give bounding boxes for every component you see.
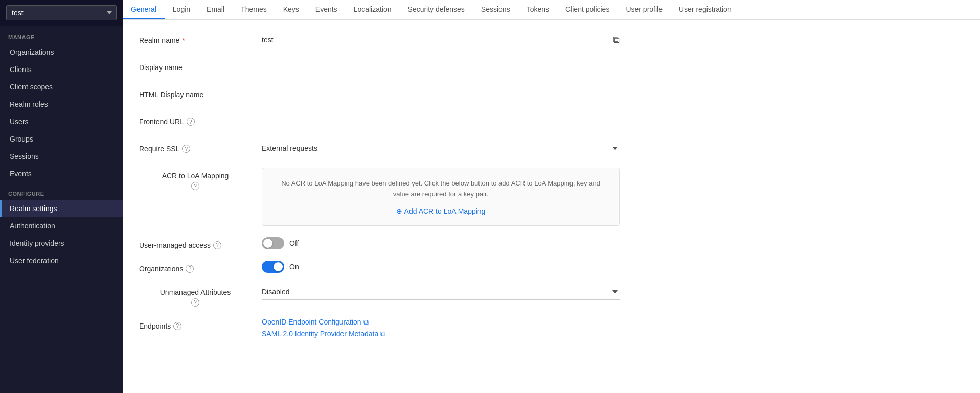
organizations-control: On bbox=[262, 261, 620, 273]
external-link-icon-saml: ⧉ bbox=[380, 330, 385, 338]
user-managed-help-icon[interactable]: ? bbox=[213, 241, 221, 249]
frontend-url-row: Frontend URL ? bbox=[139, 113, 964, 129]
endpoints-help-icon[interactable]: ? bbox=[173, 322, 181, 330]
endpoints-control: OpenID Endpoint Configuration ⧉ SAML 2.0… bbox=[262, 318, 620, 341]
acr-loa-help-icon[interactable]: ? bbox=[191, 182, 199, 190]
realm-name-label: Realm name * bbox=[139, 32, 252, 44]
sidebar-section-configure: Configure Realm settings Authentication … bbox=[0, 182, 123, 269]
endpoints-label: Endpoints ? bbox=[139, 318, 252, 330]
tab-sessions[interactable]: Sessions bbox=[473, 0, 518, 20]
realm-name-input-wrap: ⧉ bbox=[262, 32, 620, 48]
sidebar-item-organizations[interactable]: Organizations bbox=[0, 43, 123, 61]
tab-keys[interactable]: Keys bbox=[275, 0, 307, 20]
organizations-row: Organizations ? On bbox=[139, 261, 964, 273]
require-ssl-help-icon[interactable]: ? bbox=[182, 145, 190, 153]
organizations-toggle-knob bbox=[274, 262, 283, 271]
sidebar-item-groups[interactable]: Groups bbox=[0, 130, 123, 148]
tabs-bar: General Login Email Themes Keys Events L… bbox=[123, 0, 980, 20]
endpoints-row: Endpoints ? OpenID Endpoint Configuratio… bbox=[139, 318, 964, 341]
frontend-url-help-icon[interactable]: ? bbox=[187, 118, 195, 126]
sidebar-section-manage: Manage Organizations Clients Client scop… bbox=[0, 26, 123, 182]
acr-loa-label: ACR to LoA Mapping ? bbox=[139, 168, 252, 190]
tab-email[interactable]: Email bbox=[198, 0, 233, 20]
copy-icon[interactable]: ⧉ bbox=[613, 35, 620, 45]
organizations-label: Organizations ? bbox=[139, 261, 252, 273]
sidebar-item-authentication[interactable]: Authentication bbox=[0, 217, 123, 235]
display-name-control bbox=[262, 59, 620, 75]
tab-user-profile[interactable]: User profile bbox=[618, 0, 671, 20]
add-acr-button[interactable]: ⊕ Add ACR to LoA Mapping bbox=[396, 207, 486, 215]
tab-themes[interactable]: Themes bbox=[233, 0, 275, 20]
realm-selector[interactable]: test bbox=[6, 5, 117, 20]
display-name-row: Display name bbox=[139, 59, 964, 75]
frontend-url-label: Frontend URL ? bbox=[139, 113, 252, 126]
html-display-name-control bbox=[262, 86, 620, 102]
realm-name-row: Realm name * ⧉ bbox=[139, 32, 964, 48]
display-name-label: Display name bbox=[139, 59, 252, 72]
html-display-name-row: HTML Display name bbox=[139, 86, 964, 102]
tab-login[interactable]: Login bbox=[165, 0, 198, 20]
tab-client-policies[interactable]: Client policies bbox=[557, 0, 618, 20]
organizations-toggle-wrap: On bbox=[262, 261, 620, 273]
tab-user-registration[interactable]: User registration bbox=[671, 0, 740, 20]
tab-general[interactable]: General bbox=[123, 0, 165, 20]
sidebar-section-configure-label: Configure bbox=[0, 182, 123, 200]
external-link-icon-openid: ⧉ bbox=[363, 318, 369, 327]
sidebar-item-realm-roles[interactable]: Realm roles bbox=[0, 96, 123, 113]
tab-events[interactable]: Events bbox=[307, 0, 346, 20]
unmanaged-attributes-row: Unmanaged Attributes ? Disabled Enabled … bbox=[139, 284, 964, 307]
tab-localization[interactable]: Localization bbox=[346, 0, 400, 20]
form-area: Realm name * ⧉ Display name HTML Display bbox=[123, 20, 980, 393]
require-ssl-label: Require SSL ? bbox=[139, 141, 252, 153]
sidebar-item-users[interactable]: Users bbox=[0, 113, 123, 130]
user-managed-access-row: User-managed access ? Off bbox=[139, 237, 964, 249]
openid-endpoint-link[interactable]: OpenID Endpoint Configuration ⧉ bbox=[262, 318, 620, 327]
acr-loa-row: ACR to LoA Mapping ? No ACR to LoA Mappi… bbox=[139, 168, 964, 226]
user-managed-toggle[interactable] bbox=[262, 237, 284, 249]
user-managed-toggle-label: Off bbox=[289, 239, 299, 247]
tab-tokens[interactable]: Tokens bbox=[518, 0, 557, 20]
unmanaged-attributes-control: Disabled Enabled Admin can view Admin ca… bbox=[262, 284, 620, 300]
saml-endpoint-link[interactable]: SAML 2.0 Identity Provider Metadata ⧉ bbox=[262, 330, 620, 338]
display-name-input[interactable] bbox=[262, 59, 620, 75]
frontend-url-input[interactable] bbox=[262, 113, 620, 129]
sidebar: test Manage Organizations Clients Client… bbox=[0, 0, 123, 393]
sidebar-item-user-federation[interactable]: User federation bbox=[0, 252, 123, 269]
plus-circle-icon: ⊕ bbox=[396, 207, 402, 215]
organizations-help-icon[interactable]: ? bbox=[186, 265, 194, 273]
sidebar-section-manage-label: Manage bbox=[0, 26, 123, 43]
unmanaged-attributes-help-icon[interactable]: ? bbox=[191, 298, 199, 307]
unmanaged-attributes-select[interactable]: Disabled Enabled Admin can view Admin ca… bbox=[262, 284, 620, 300]
user-managed-toggle-wrap: Off bbox=[262, 237, 620, 249]
frontend-url-control bbox=[262, 113, 620, 129]
user-managed-access-control: Off bbox=[262, 237, 620, 249]
sidebar-item-client-scopes[interactable]: Client scopes bbox=[0, 78, 123, 96]
require-ssl-select[interactable]: None External requests All requests bbox=[262, 141, 620, 156]
html-display-name-label: HTML Display name bbox=[139, 86, 252, 99]
require-ssl-control: None External requests All requests bbox=[262, 141, 620, 156]
user-managed-access-label: User-managed access ? bbox=[139, 237, 252, 249]
realm-name-control: ⧉ bbox=[262, 32, 620, 48]
organizations-toggle[interactable] bbox=[262, 261, 284, 273]
main-content: General Login Email Themes Keys Events L… bbox=[123, 0, 980, 393]
acr-loa-mapping-area: No ACR to LoA Mapping have been defined … bbox=[262, 168, 620, 226]
sidebar-item-sessions[interactable]: Sessions bbox=[0, 148, 123, 165]
required-star: * bbox=[182, 37, 185, 44]
realm-name-input[interactable] bbox=[262, 32, 620, 48]
sidebar-item-identity-providers[interactable]: Identity providers bbox=[0, 235, 123, 252]
sidebar-item-realm-settings[interactable]: Realm settings bbox=[0, 200, 123, 217]
user-managed-toggle-knob bbox=[263, 239, 272, 248]
sidebar-header: test bbox=[0, 0, 123, 26]
acr-loa-empty-text: No ACR to LoA Mapping have been defined … bbox=[272, 178, 609, 200]
html-display-name-input[interactable] bbox=[262, 86, 620, 102]
require-ssl-row: Require SSL ? None External requests All… bbox=[139, 141, 964, 156]
organizations-toggle-label: On bbox=[289, 263, 299, 271]
sidebar-item-clients[interactable]: Clients bbox=[0, 61, 123, 78]
sidebar-item-events[interactable]: Events bbox=[0, 165, 123, 182]
tab-security-defenses[interactable]: Security defenses bbox=[400, 0, 473, 20]
unmanaged-attributes-label: Unmanaged Attributes ? bbox=[139, 284, 252, 307]
